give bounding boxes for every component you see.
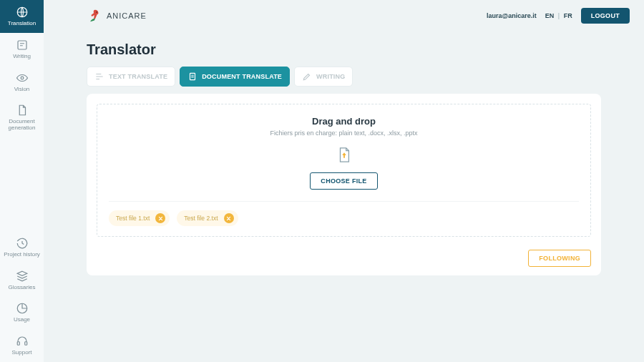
history-icon — [16, 237, 29, 250]
dropzone-subtitle: Fichiers pris en charge: plain text, .do… — [270, 129, 417, 137]
eye-icon — [16, 72, 29, 84]
globe-icon — [16, 6, 29, 19]
parrot-icon — [87, 8, 102, 24]
layers-icon — [16, 270, 29, 283]
file-chip-list: Test file 1.txt Test file 2.txt — [109, 201, 579, 226]
document-icon — [187, 72, 197, 82]
file-chip: Test file 1.txt — [109, 210, 170, 226]
brand-name: ANICARE — [107, 11, 147, 20]
sidebar-item-label: Vision — [14, 87, 30, 93]
file-chip-remove[interactable] — [155, 213, 165, 223]
upload-file-icon — [336, 147, 352, 164]
sidebar-item-writing[interactable]: Writing — [0, 33, 44, 66]
tab-label: WRITING — [316, 73, 345, 80]
lang-en[interactable]: EN — [545, 12, 555, 19]
sidebar-item-glossaries[interactable]: Glossaries — [0, 264, 44, 297]
tab-label: TEXT TRANSLATE — [109, 73, 167, 80]
choose-file-button[interactable]: CHOOSE FILE — [310, 172, 377, 190]
document-icon — [16, 104, 29, 117]
dropzone-title: Drag and drop — [312, 116, 376, 127]
svg-point-2 — [21, 77, 24, 79]
tabs: TEXT TRANSLATE DOCUMENT TRANSLATE WRITIN… — [87, 67, 601, 87]
user-email: laura@anicare.it — [487, 12, 537, 19]
following-button[interactable]: FOLLOWING — [528, 250, 591, 267]
file-chip-label: Test file 2.txt — [184, 215, 218, 222]
content: Translator TEXT TRANSLATE DOCUMENT TRANS… — [44, 31, 644, 275]
dropzone[interactable]: Drag and drop Fichiers pris en charge: p… — [97, 104, 591, 237]
tab-label: DOCUMENT TRANSLATE — [202, 73, 282, 80]
main: ANICARE laura@anicare.it EN | FR LOGOUT … — [44, 0, 644, 362]
svg-point-6 — [96, 11, 97, 13]
page-title: Translator — [87, 41, 601, 58]
upload-card: Drag and drop Fichiers pris en charge: p… — [87, 94, 601, 275]
tab-text-translate[interactable]: TEXT TRANSLATE — [87, 67, 175, 87]
topbar: ANICARE laura@anicare.it EN | FR LOGOUT — [44, 0, 644, 31]
text-icon — [94, 72, 104, 82]
sidebar-item-document-generation[interactable]: Document generation — [0, 98, 44, 137]
sidebar-item-label: Translation — [8, 21, 36, 27]
sidebar-item-project-history[interactable]: Project history — [0, 231, 44, 264]
sidebar-item-label: Glossaries — [9, 285, 36, 291]
card-footer: FOLLOWING — [97, 250, 591, 267]
sidebar-item-label: Writing — [13, 54, 31, 60]
sidebar-item-usage[interactable]: Usage — [0, 296, 44, 329]
tab-writing[interactable]: WRITING — [294, 67, 353, 87]
headset-icon — [16, 335, 29, 348]
sidebar-item-label: Support — [11, 350, 31, 356]
language-switch: EN | FR — [545, 12, 572, 19]
sidebar-item-support[interactable]: Support — [0, 329, 44, 362]
svg-rect-4 — [17, 342, 19, 346]
sidebar-item-translation[interactable]: Translation — [0, 0, 44, 33]
logout-button[interactable]: LOGOUT — [581, 8, 630, 24]
pencil-icon — [302, 72, 312, 82]
sidebar: Translation Writing Vision Document gene… — [0, 0, 44, 362]
svg-rect-1 — [18, 41, 26, 49]
file-chip-label: Test file 1.txt — [116, 215, 150, 222]
brand: ANICARE — [87, 8, 147, 24]
file-chip-remove[interactable] — [224, 213, 234, 223]
file-chip: Test file 2.txt — [177, 210, 238, 226]
sidebar-item-label: Project history — [4, 252, 40, 258]
writing-icon — [16, 39, 29, 52]
sidebar-item-label: Document generation — [1, 119, 42, 132]
tab-document-translate[interactable]: DOCUMENT TRANSLATE — [180, 67, 290, 87]
sidebar-item-vision[interactable]: Vision — [0, 66, 44, 99]
lang-separator: | — [558, 12, 560, 19]
lang-fr[interactable]: FR — [564, 12, 572, 19]
svg-rect-5 — [24, 342, 26, 346]
sidebar-item-label: Usage — [14, 317, 30, 323]
pie-chart-icon — [16, 302, 29, 315]
